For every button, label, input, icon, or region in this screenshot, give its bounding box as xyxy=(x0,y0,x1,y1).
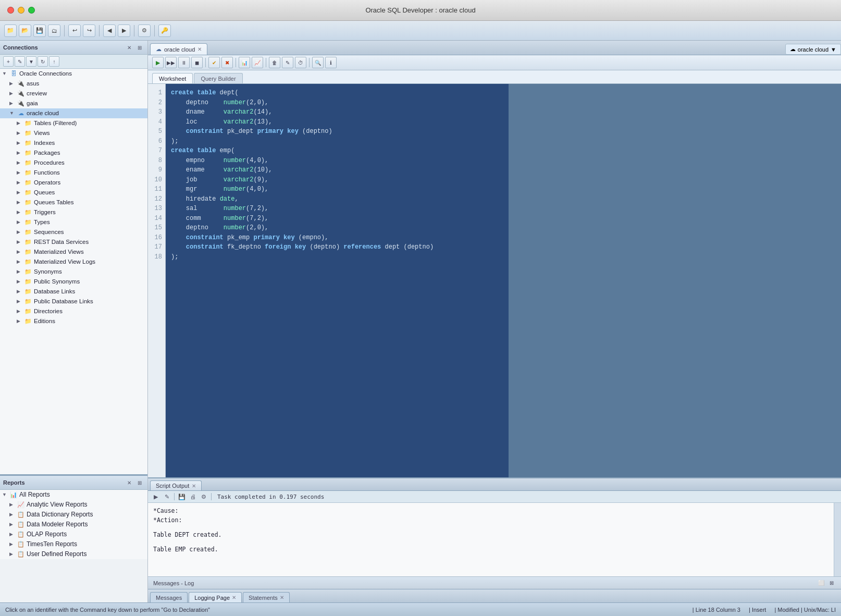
script-print-btn[interactable]: 🖨 xyxy=(188,492,197,501)
bottom-tab-logging[interactable]: Logging Page ✕ xyxy=(189,592,242,602)
code-editor-content[interactable]: create table dept( deptno number(2,0), d… xyxy=(166,84,509,477)
statements-tab-close[interactable]: ✕ xyxy=(280,595,284,600)
script-run-btn[interactable]: ▶ xyxy=(151,492,160,501)
tree-item-olap[interactable]: ▶ 📋 OLAP Reports xyxy=(0,529,147,539)
script-output-tab[interactable]: Script Output ✕ xyxy=(150,481,202,490)
history-btn[interactable]: ⏱ xyxy=(295,57,306,68)
tree-item-queues-tables[interactable]: ▶ 📁 Queues Tables xyxy=(0,198,147,207)
reports-expand-btn[interactable]: ⊞ xyxy=(135,478,144,487)
connections-title: Connections xyxy=(3,44,38,51)
bottom-tab-statements[interactable]: Statements ✕ xyxy=(243,592,290,602)
toolbar-undo-btn[interactable]: ↩ xyxy=(68,24,81,37)
messages-collapse-btn[interactable]: ⊠ xyxy=(827,579,836,587)
tree-item-types[interactable]: ▶ 📁 Types xyxy=(0,217,147,227)
connections-expand-btn[interactable]: ⊞ xyxy=(135,43,144,52)
commit-btn[interactable]: ✔ xyxy=(208,57,220,68)
tree-item-oracle-cloud[interactable]: ▼ ☁ oracle cloud xyxy=(0,108,147,118)
script-output-text[interactable]: *Cause: *Action: Table DEPT created. Tab… xyxy=(148,503,834,576)
tree-item-procedures[interactable]: ▶ 📁 Procedures xyxy=(0,158,147,168)
worksheet-tab[interactable]: Worksheet xyxy=(152,73,193,83)
toolbar-extra-btn[interactable]: 🔑 xyxy=(158,24,171,37)
reports-tree[interactable]: ▼ 📊 All Reports ▶ 📈 Analytic View Report… xyxy=(0,490,147,559)
toolbar-redo-btn[interactable]: ↪ xyxy=(83,24,95,37)
tree-item-packages[interactable]: ▶ 📁 Packages xyxy=(0,148,147,158)
tree-item-rest-data[interactable]: ▶ 📁 REST Data Services xyxy=(0,237,147,247)
tree-item-db-links[interactable]: ▶ 📁 Database Links xyxy=(0,287,147,297)
script-scrollbar[interactable] xyxy=(834,503,841,576)
tree-item-data-dict[interactable]: ▶ 📋 Data Dictionary Reports xyxy=(0,510,147,520)
toolbar-save-all-btn[interactable]: 🗂 xyxy=(48,24,60,37)
query-builder-tab[interactable]: Query Builder xyxy=(194,73,242,83)
tree-item-creview[interactable]: ▶ 🔌 creview xyxy=(0,89,147,98)
conn-export-btn[interactable]: ↑ xyxy=(49,56,59,67)
script-clear-btn[interactable]: ✎ xyxy=(162,492,171,501)
tree-item-editions[interactable]: ▶ 📁 Editions xyxy=(0,316,147,326)
tree-item-user-defined[interactable]: ▶ 📋 User Defined Reports xyxy=(0,549,147,559)
tree-item-all-reports[interactable]: ▼ 📊 All Reports xyxy=(0,490,147,500)
tree-item-mat-views[interactable]: ▶ 📁 Materialized Views xyxy=(0,247,147,257)
autotrace-btn[interactable]: 📈 xyxy=(252,57,263,68)
pause-btn[interactable]: ⏸ xyxy=(178,57,190,68)
toolbar-save-btn[interactable]: 💾 xyxy=(33,24,46,37)
sql-info-btn[interactable]: ℹ xyxy=(325,57,337,68)
minimize-button[interactable] xyxy=(18,7,24,14)
tree-item-asus[interactable]: ▶ 🔌 asus xyxy=(0,79,147,89)
tree-item-tables[interactable]: ▶ 📁 Tables (Filtered) xyxy=(0,118,147,128)
tree-item-views[interactable]: ▶ 📁 Views xyxy=(0,128,147,138)
clear-output-btn[interactable]: 🗑 xyxy=(269,57,280,68)
tree-item-synonyms[interactable]: ▶ 📁 Synonyms xyxy=(0,267,147,277)
script-settings-btn[interactable]: ⚙ xyxy=(199,492,208,501)
messages-expand-btn[interactable]: ⬜ xyxy=(817,579,825,587)
toolbar-forward-btn[interactable]: ▶ xyxy=(118,24,130,37)
tree-item-operators[interactable]: ▶ 📁 Operators xyxy=(0,178,147,188)
reports-panel: Reports ✕ ⊞ ▼ 📊 All Reports ▶ 📈 xyxy=(0,474,147,559)
tree-item-triggers[interactable]: ▶ 📁 Triggers xyxy=(0,207,147,217)
mat-view-logs-icon: 📁 xyxy=(24,258,32,266)
connections-close-btn[interactable]: ✕ xyxy=(125,43,134,52)
sequences-label: Sequences xyxy=(34,228,145,237)
maximize-button[interactable] xyxy=(28,7,35,14)
oracle-cloud-tab[interactable]: ☁ oracle cloud ✕ xyxy=(150,43,207,55)
tree-item-mat-view-logs[interactable]: ▶ 📁 Materialized View Logs xyxy=(0,257,147,267)
run-script-btn[interactable]: ▶▶ xyxy=(165,57,177,68)
conn-refresh-btn[interactable]: ↻ xyxy=(38,56,48,67)
script-save-btn[interactable]: 💾 xyxy=(177,492,187,501)
toolbar-migrate-btn[interactable]: ⚙ xyxy=(138,24,151,37)
tree-item-directories[interactable]: ▶ 📁 Directories xyxy=(0,306,147,316)
explain-plan-btn[interactable]: 📊 xyxy=(239,57,250,68)
tree-item-queues[interactable]: ▶ 📁 Queues xyxy=(0,188,147,198)
conn-add-btn[interactable]: + xyxy=(3,56,14,67)
script-output-close[interactable]: ✕ xyxy=(192,483,196,489)
tree-root[interactable]: ▼ 🗄 Oracle Connections xyxy=(0,69,147,79)
connection-indicator[interactable]: ☁ oracle cloud ▼ xyxy=(785,44,841,55)
tree-item-timesten[interactable]: ▶ 📋 TimesTen Reports xyxy=(0,539,147,549)
format-btn[interactable]: ✎ xyxy=(282,57,293,68)
find-btn[interactable]: 🔍 xyxy=(312,57,324,68)
tree-item-data-modeler[interactable]: ▶ 📋 Data Modeler Reports xyxy=(0,520,147,529)
tree-item-indexes[interactable]: ▶ 📁 Indexes xyxy=(0,138,147,148)
tree-item-functions[interactable]: ▶ 📁 Functions xyxy=(0,168,147,178)
connections-tree[interactable]: ▼ 🗄 Oracle Connections ▶ 🔌 asus ▶ 🔌 crev… xyxy=(0,69,147,474)
conn-filter-btn[interactable]: ▼ xyxy=(26,56,36,67)
tree-item-sequences[interactable]: ▶ 📁 Sequences xyxy=(0,227,147,237)
olap-label: OLAP Reports xyxy=(27,530,145,539)
bottom-tab-messages-label: Messages xyxy=(156,595,182,601)
tree-item-analytic-view[interactable]: ▶ 📈 Analytic View Reports xyxy=(0,500,147,510)
rollback-btn[interactable]: ✖ xyxy=(221,57,233,68)
bottom-tab-messages[interactable]: Messages xyxy=(150,592,188,602)
conn-edit-btn[interactable]: ✎ xyxy=(15,56,25,67)
tree-item-pub-db-links[interactable]: ▶ 📁 Public Database Links xyxy=(0,297,147,306)
rest-label: REST Data Services xyxy=(34,238,145,247)
logging-tab-close[interactable]: ✕ xyxy=(232,595,236,600)
run-btn[interactable]: ▶ xyxy=(152,57,164,68)
tree-item-gaia[interactable]: ▶ 🔌 gaia xyxy=(0,98,147,108)
toolbar-open-btn[interactable]: 📂 xyxy=(19,24,31,37)
script-output-label: Script Output xyxy=(156,483,189,489)
tab-close-btn[interactable]: ✕ xyxy=(197,46,202,52)
reports-close-btn[interactable]: ✕ xyxy=(125,478,134,487)
tree-item-pub-synonyms[interactable]: ▶ 📁 Public Synonyms xyxy=(0,277,147,287)
stop-btn[interactable]: ◼ xyxy=(191,57,203,68)
toolbar-new-btn[interactable]: 📁 xyxy=(4,24,17,37)
toolbar-back-btn[interactable]: ◀ xyxy=(103,24,116,37)
close-button[interactable] xyxy=(7,7,14,14)
